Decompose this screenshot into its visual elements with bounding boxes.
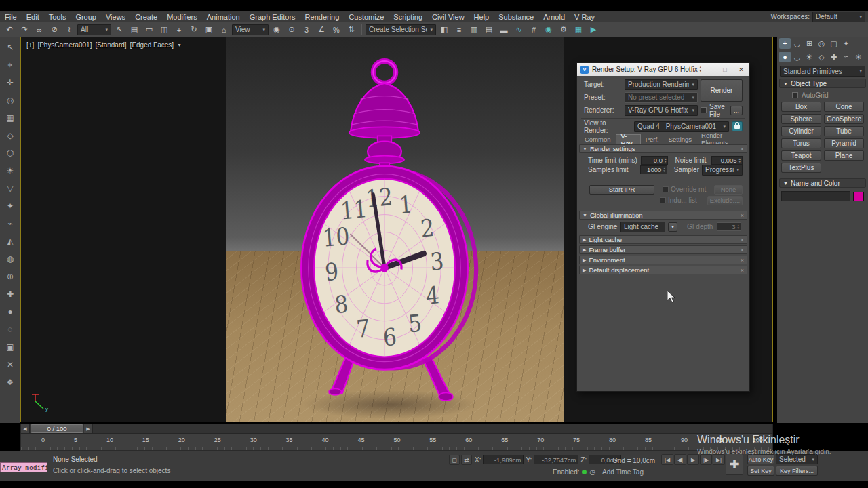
gi-engine-arrow-button[interactable]: ▾	[668, 222, 677, 232]
renderer-dropdown[interactable]: V-Ray GPU 6 Hotfix 3 ▾	[625, 105, 698, 116]
menu-item[interactable]: Arnold	[538, 11, 570, 22]
menu-item[interactable]: Help	[469, 11, 494, 22]
camera-view[interactable]: 12 1 2 3 4 5 6 7 8 9 10 11	[226, 37, 564, 422]
cameras-category-icon[interactable]: ◇	[816, 52, 827, 62]
percent-snap-icon[interactable]: %	[330, 24, 343, 36]
alarm-clock-model[interactable]: 12 1 2 3 4 5 6 7 8 9 10 11	[279, 52, 490, 409]
workspaces-dropdown[interactable]: Default ▾	[812, 12, 865, 22]
sampler-dropdown[interactable]: Progressive ▾	[702, 165, 743, 176]
time-slider[interactable]: ◀ 0 / 100 ▶	[20, 424, 773, 434]
y-coordinate-field[interactable]: -32,7547cm	[534, 455, 578, 464]
object-type-button[interactable]: Plane	[824, 150, 864, 161]
primitive-category-dropdown[interactable]: Standard Primitives ▾	[780, 66, 865, 77]
left-toolbar-icon[interactable]: ◭	[2, 233, 18, 249]
spinner-arrows-icon[interactable]: ▲▼	[664, 158, 667, 163]
rollout-close-icon[interactable]: ×	[741, 247, 744, 253]
menu-item[interactable]: Rendering	[300, 11, 344, 22]
geometry-category-icon[interactable]: ●	[779, 52, 791, 62]
minimize-button[interactable]: —	[701, 63, 717, 76]
previous-frame-icon[interactable]: ◀|	[674, 454, 686, 465]
select-and-move-icon[interactable]: +	[172, 24, 186, 36]
reference-coordinate-dropdown[interactable]: View ▾	[232, 24, 269, 35]
left-toolbar-icon[interactable]: ▦	[2, 110, 18, 126]
left-toolbar-icon[interactable]: ◇	[2, 127, 18, 144]
ribbon-toggle-icon[interactable]: ▬	[497, 24, 511, 36]
override-mtl-none-button[interactable]: None	[714, 185, 743, 195]
scene-explorer-icon[interactable]: ▥	[467, 24, 481, 36]
key-selection-dropdown[interactable]: Selected ▾	[776, 454, 818, 464]
viewport-pov-menu[interactable]: [PhysCamera001]	[37, 41, 92, 49]
selection-filter-dropdown[interactable]: All ▾	[77, 24, 111, 35]
x-coordinate-field[interactable]: -1,989cm	[483, 455, 524, 464]
lock-view-button[interactable]	[732, 121, 743, 131]
collapsed-rollout[interactable]: ▶ Default displacement ×	[579, 266, 747, 274]
bind-to-spacewarp-icon[interactable]: ≀	[62, 24, 76, 36]
undo-icon[interactable]: ↶	[3, 24, 16, 36]
enabled-indicator-icon[interactable]	[582, 470, 587, 474]
menu-item[interactable]: Substance	[494, 11, 538, 22]
left-toolbar-icon[interactable]: ●	[2, 304, 18, 320]
render-production-icon[interactable]: ▶	[587, 24, 600, 36]
rendered-frame-icon[interactable]: ▦	[572, 24, 585, 36]
time-slider-handle[interactable]: 0 / 100	[31, 424, 83, 433]
maximize-button[interactable]: □	[717, 63, 733, 76]
spinner-snap-icon[interactable]: ⇅	[344, 24, 358, 36]
left-toolbar-icon[interactable]: ⌖	[2, 57, 18, 73]
schematic-view-icon[interactable]: #	[527, 24, 540, 36]
menu-item[interactable]: Customize	[344, 11, 389, 22]
save-file-browse-button[interactable]: ...	[730, 106, 743, 115]
modify-tab-icon[interactable]: ◡	[791, 38, 803, 49]
align-icon[interactable]: ≡	[452, 24, 466, 36]
menu-item[interactable]: Civil View	[427, 11, 469, 22]
unlink-selection-icon[interactable]: ⊘	[47, 24, 61, 36]
select-and-manipulate-icon[interactable]: ⊙	[285, 24, 298, 36]
object-type-button[interactable]: Teapot	[781, 150, 821, 161]
left-toolbar-icon[interactable]: ☀	[2, 163, 18, 179]
left-toolbar-icon[interactable]: ⌁	[2, 216, 18, 232]
play-icon[interactable]: ▶	[687, 454, 699, 465]
set-key-button[interactable]: Set Key	[747, 466, 774, 476]
menu-item[interactable]: Modifiers	[162, 11, 202, 22]
layer-explorer-icon[interactable]: ▤	[482, 24, 496, 36]
menu-item[interactable]: Graph Editors	[245, 11, 300, 22]
dialog-tab[interactable]: Settings	[664, 134, 696, 144]
menu-item[interactable]: File	[0, 11, 22, 22]
object-type-button[interactable]: Pyramid	[824, 138, 864, 148]
object-type-button[interactable]: Tube	[824, 126, 864, 136]
select-and-link-icon[interactable]: ∞	[33, 24, 46, 36]
menu-item[interactable]: Views	[101, 11, 130, 22]
noise-limit-spinner[interactable]: 0,005 ▲▼	[711, 156, 743, 165]
left-toolbar-icon[interactable]: ⊕	[2, 268, 18, 285]
motion-tab-icon[interactable]: ◎	[816, 38, 827, 49]
dialog-titlebar[interactable]: V Render Setup: V-Ray GPU 6 Hotfix 3 — □…	[577, 63, 749, 76]
left-toolbar-icon[interactable]: ✛	[2, 75, 18, 91]
exclude-button[interactable]: Exclude....	[707, 196, 743, 205]
save-file-checkbox[interactable]	[701, 107, 707, 113]
helpers-category-icon[interactable]: ✚	[828, 52, 840, 62]
next-frame-icon[interactable]: |▶	[700, 454, 712, 465]
angle-snap-icon[interactable]: ∠	[315, 24, 328, 36]
object-type-button[interactable]: GeoSphere	[824, 114, 864, 124]
target-dropdown[interactable]: Production Rendering Mode ▾	[625, 79, 698, 90]
object-type-button[interactable]: TextPlus	[781, 163, 821, 173]
viewport-perview-menu[interactable]: [Standard]	[95, 41, 126, 49]
rectangular-region-icon[interactable]: ▭	[142, 24, 156, 36]
include-list-checkbox[interactable]	[660, 197, 666, 203]
dialog-tab[interactable]: V-Ray	[616, 134, 641, 144]
left-toolbar-icon[interactable]: ◎	[2, 92, 18, 108]
spinner-arrows-icon[interactable]: ▲▼	[663, 167, 665, 173]
key-filters-button[interactable]: Key Filters...	[776, 466, 818, 476]
systems-category-icon[interactable]: ✳	[852, 52, 864, 62]
left-toolbar-icon[interactable]: ❖	[2, 374, 18, 390]
override-mtl-checkbox[interactable]	[663, 186, 669, 192]
lights-category-icon[interactable]: ☀	[804, 52, 815, 62]
utilities-tab-icon[interactable]: ✦	[840, 38, 852, 49]
left-toolbar-icon[interactable]: ▽	[2, 180, 18, 197]
display-tab-icon[interactable]: ▢	[828, 38, 840, 49]
menu-item[interactable]: Animation	[202, 11, 245, 22]
left-toolbar-icon[interactable]: ◌	[2, 321, 18, 338]
left-toolbar-icon[interactable]: ▣	[2, 339, 18, 355]
previous-frame-arrow-icon[interactable]: ◀	[21, 424, 30, 433]
name-and-color-rollout[interactable]: ▼ Name and Color	[779, 178, 866, 188]
select-and-place-icon[interactable]: ⌂	[217, 24, 231, 36]
